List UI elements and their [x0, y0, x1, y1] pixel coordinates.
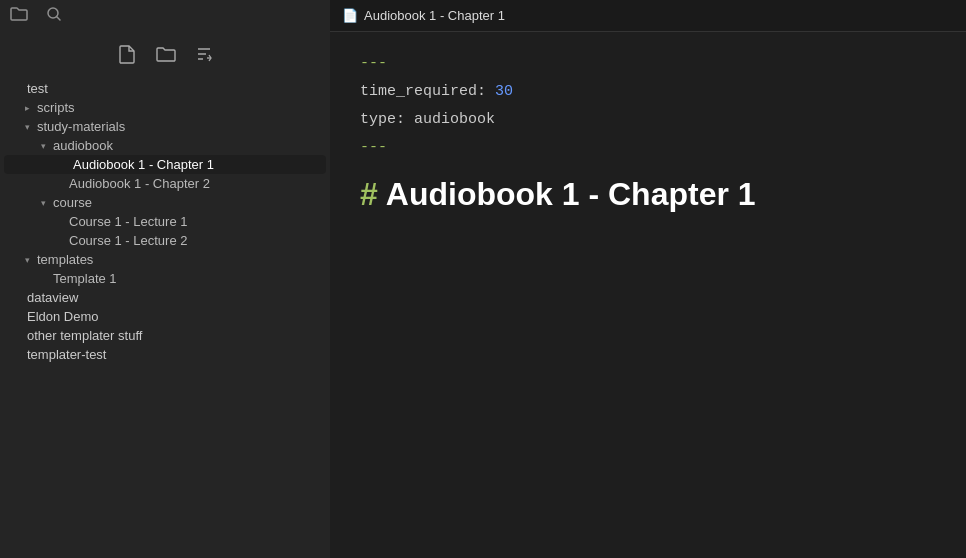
item-label: templater-test — [27, 347, 106, 362]
arrow-icon — [36, 272, 50, 286]
item-label: Course 1 - Lecture 2 — [69, 233, 188, 248]
sidebar-toolbar — [0, 38, 330, 79]
item-label: Audiobook 1 - Chapter 1 — [73, 157, 214, 172]
item-label: audiobook — [53, 138, 113, 153]
tree-item-root[interactable]: test — [0, 79, 330, 98]
item-label: Course 1 - Lecture 1 — [69, 214, 188, 229]
frontmatter-line1: time_required: 30 — [360, 80, 936, 104]
file-tree: testscriptsstudy-materialsaudiobookAudio… — [0, 79, 330, 364]
tree-item-lec2[interactable]: Course 1 - Lecture 2 — [0, 231, 330, 250]
svg-line-1 — [57, 17, 60, 20]
arrow-icon — [20, 120, 34, 134]
arrow-icon — [10, 329, 24, 343]
item-label: test — [27, 81, 48, 96]
new-file-button[interactable] — [118, 44, 136, 69]
new-folder-button[interactable] — [156, 46, 176, 68]
frontmatter-close: --- — [360, 136, 936, 160]
arrow-icon — [52, 177, 66, 191]
item-label: other templater stuff — [27, 328, 142, 343]
tree-item-lec1[interactable]: Course 1 - Lecture 1 — [0, 212, 330, 231]
item-label: course — [53, 195, 92, 210]
item-label: Eldon Demo — [27, 309, 99, 324]
arrow-icon — [10, 291, 24, 305]
tree-item-scripts[interactable]: scripts — [0, 98, 330, 117]
main-layout: testscriptsstudy-materialsaudiobookAudio… — [0, 32, 966, 558]
tab-bar: 📄 Audiobook 1 - Chapter 1 — [330, 0, 966, 32]
heading-1: #Audiobook 1 - Chapter 1 — [360, 176, 936, 213]
arrow-icon — [56, 158, 70, 172]
arrow-icon — [10, 348, 24, 362]
tree-item-template1[interactable]: Template 1 — [0, 269, 330, 288]
item-label: study-materials — [37, 119, 125, 134]
tree-item-ch1[interactable]: Audiobook 1 - Chapter 1 — [4, 155, 326, 174]
arrow-icon — [10, 82, 24, 96]
tab-title[interactable]: Audiobook 1 - Chapter 1 — [364, 8, 505, 23]
arrow-icon — [10, 310, 24, 324]
sort-button[interactable] — [196, 45, 212, 68]
tree-item-dataview[interactable]: dataview — [0, 288, 330, 307]
tree-item-templater-test[interactable]: templater-test — [0, 345, 330, 364]
item-label: dataview — [27, 290, 78, 305]
arrow-icon — [52, 215, 66, 229]
arrow-icon — [20, 253, 34, 267]
folder-icon[interactable] — [10, 6, 28, 26]
file-explorer-sidebar: testscriptsstudy-materialsaudiobookAudio… — [0, 32, 330, 558]
file-tab-icon: 📄 — [342, 8, 358, 23]
tree-item-templates[interactable]: templates — [0, 250, 330, 269]
arrow-icon — [36, 196, 50, 210]
item-label: scripts — [37, 100, 75, 115]
tree-item-other-templater[interactable]: other templater stuff — [0, 326, 330, 345]
frontmatter-line2: type: audiobook — [360, 108, 936, 132]
tree-item-course[interactable]: course — [0, 193, 330, 212]
item-label: Template 1 — [53, 271, 117, 286]
tree-item-eldon-demo[interactable]: Eldon Demo — [0, 307, 330, 326]
arrow-icon — [36, 139, 50, 153]
item-label: templates — [37, 252, 93, 267]
tree-item-study-materials[interactable]: study-materials — [0, 117, 330, 136]
arrow-icon — [20, 101, 34, 115]
arrow-icon — [52, 234, 66, 248]
frontmatter-open: --- — [360, 52, 936, 76]
sidebar-top-toolbar — [0, 0, 330, 32]
tree-item-audiobook[interactable]: audiobook — [0, 136, 330, 155]
tree-item-ch2[interactable]: Audiobook 1 - Chapter 2 — [0, 174, 330, 193]
item-label: Audiobook 1 - Chapter 2 — [69, 176, 210, 191]
search-icon[interactable] — [46, 6, 62, 26]
editor-content[interactable]: --- time_required: 30 type: audiobook --… — [330, 32, 966, 558]
